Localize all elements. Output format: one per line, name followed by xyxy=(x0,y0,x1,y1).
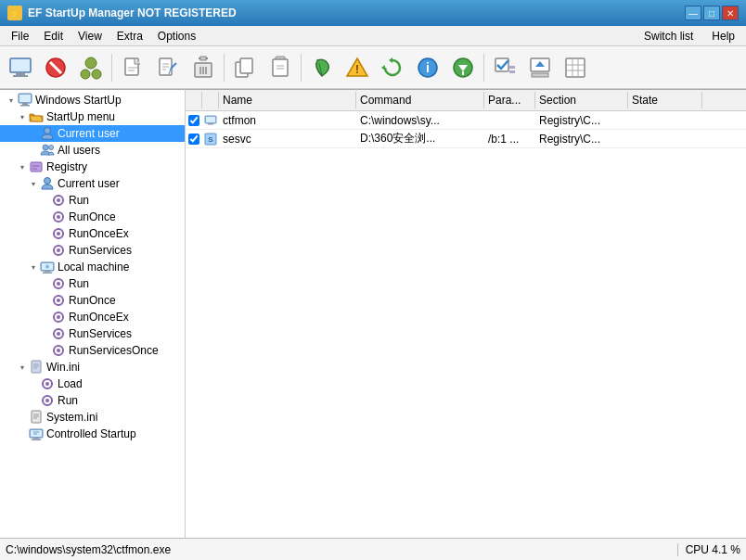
menu-help[interactable]: Help xyxy=(704,28,742,45)
cell-name-ctfmon: ctfmon xyxy=(219,113,356,128)
sidebar-label-windows-startup: Windows StartUp xyxy=(35,94,122,107)
menu-options[interactable]: Options xyxy=(150,28,203,45)
svg-marker-34 xyxy=(381,65,385,70)
monitor-icon xyxy=(18,93,32,108)
close-button[interactable]: ✕ xyxy=(722,6,739,20)
toolbar-sep-3 xyxy=(301,54,302,82)
sidebar-label-current-user: Current user xyxy=(58,127,120,140)
svg-point-57 xyxy=(49,146,54,150)
svg-point-110 xyxy=(57,332,60,336)
refresh-btn[interactable] xyxy=(376,51,409,84)
paste-btn[interactable] xyxy=(264,51,297,84)
sidebar-label-run: Run xyxy=(69,194,89,207)
runonce-icon xyxy=(51,210,66,224)
svg-point-75 xyxy=(57,232,60,235)
sidebar-item-startup-menu[interactable]: ▾ StartUp menu xyxy=(0,108,185,125)
sidebar-label-runservices: RunServices xyxy=(69,244,132,257)
sidebar-label-runonce: RunOnce xyxy=(69,210,116,223)
load-icon xyxy=(40,376,55,391)
sidebar-label-registry: Registry xyxy=(46,160,87,173)
col-params[interactable]: Para... xyxy=(484,92,535,108)
sidebar-item-all-users[interactable]: All users xyxy=(0,142,185,159)
tree-toggle-windows-startup[interactable]: ▾ xyxy=(6,95,17,106)
menu-file[interactable]: File xyxy=(4,28,36,45)
sidebar-item-lm-runoncex[interactable]: RunOnceEx xyxy=(0,309,185,325)
col-section[interactable]: Section xyxy=(535,92,628,108)
sidebar-label-winini-run: Run xyxy=(58,394,78,407)
grid-btn[interactable] xyxy=(559,51,592,84)
svg-rect-25 xyxy=(240,58,252,73)
svg-point-8 xyxy=(92,70,101,79)
sidebar-item-lm-run[interactable]: Run xyxy=(0,275,185,292)
svg-point-132 xyxy=(45,399,49,402)
sidebar-item-systemini[interactable]: System.ini xyxy=(0,409,185,426)
edit-btn[interactable] xyxy=(151,51,185,84)
row-checkbox-sesvc[interactable] xyxy=(186,134,202,145)
col-command[interactable]: Command xyxy=(356,92,484,108)
sidebar-item-windows-startup[interactable]: ▾ Windows StartUp xyxy=(0,92,185,108)
sidebar-label-lm-runonce: RunOnce xyxy=(69,294,116,307)
col-state[interactable]: State xyxy=(628,92,702,108)
svg-rect-144 xyxy=(31,430,42,437)
run-icon xyxy=(51,193,66,208)
cell-name-sesvc: sesvc xyxy=(219,132,356,146)
sidebar-item-current-user[interactable]: Current user xyxy=(0,125,185,142)
svg-rect-148 xyxy=(206,117,215,122)
disable-btn[interactable] xyxy=(39,51,72,84)
maximize-button[interactable]: □ xyxy=(703,6,720,20)
tree-toggle-startup-menu[interactable]: ▾ xyxy=(17,111,28,122)
minimize-button[interactable]: — xyxy=(685,6,701,20)
sidebar-item-runservices[interactable]: RunServices xyxy=(0,242,185,259)
sidebar-label-lm-runoncex: RunOnceEx xyxy=(69,311,129,324)
info-btn[interactable]: i xyxy=(411,51,444,84)
col-name[interactable]: Name xyxy=(219,92,356,108)
table-row[interactable]: S sesvc D:\360安全浏... /b:1 ... Registry\C… xyxy=(186,130,746,148)
sidebar-item-load[interactable]: Load xyxy=(0,375,185,392)
delete-btn[interactable] xyxy=(186,51,220,84)
sidebar-item-winini-run[interactable]: Run xyxy=(0,392,185,409)
tree-toggle-registry[interactable]: ▾ xyxy=(17,161,28,172)
sidebar-item-run[interactable]: Run xyxy=(0,192,185,209)
up-btn[interactable] xyxy=(523,51,557,84)
svg-rect-20 xyxy=(200,57,206,60)
sidebar-item-local-machine[interactable]: ▾ Local machine xyxy=(0,259,185,275)
menu-edit[interactable]: Edit xyxy=(36,28,71,45)
sidebar-item-lm-runservices[interactable]: RunServices xyxy=(0,325,185,342)
row-checkbox-ctfmon[interactable] xyxy=(186,115,202,126)
sidebar-item-runonce[interactable]: RunOnce xyxy=(0,209,185,225)
table-row[interactable]: ctfmon C:\windows\sy... Registry\C... xyxy=(186,111,746,130)
sidebar-label-load: Load xyxy=(58,377,83,390)
sidebar-item-registry[interactable]: ▾ Registry xyxy=(0,159,185,175)
sidebar-item-controlled-startup[interactable]: Controlled Startup xyxy=(0,426,185,442)
sidebar-label-runoncex: RunOnceEx xyxy=(69,227,129,240)
menu-extra[interactable]: Extra xyxy=(109,28,150,45)
sidebar-item-lm-runonce[interactable]: RunOnce xyxy=(0,292,185,309)
sidebar-item-winini[interactable]: ▾ Win.ini xyxy=(0,359,185,375)
copy-btn[interactable] xyxy=(228,51,262,84)
cell-command-ctfmon: C:\windows\sy... xyxy=(356,113,484,128)
tree-toggle-local-machine[interactable]: ▾ xyxy=(28,261,39,273)
tree-toggle-reg-current-user[interactable]: ▾ xyxy=(28,178,39,189)
sidebar-item-runoncex[interactable]: RunOnceEx xyxy=(0,225,185,242)
down-btn[interactable] xyxy=(446,51,480,84)
sidebar-item-lm-runservicesonce[interactable]: RunServicesOnce xyxy=(0,342,185,359)
properties-btn[interactable] xyxy=(74,51,108,84)
svg-rect-142 xyxy=(33,438,39,439)
windows-startup-btn[interactable] xyxy=(4,51,37,84)
svg-rect-42 xyxy=(509,70,515,73)
svg-rect-45 xyxy=(532,73,548,77)
sidebar-item-reg-current-user[interactable]: ▾ Current user xyxy=(0,175,185,192)
sidebar-label-reg-current-user: Current user xyxy=(58,177,120,190)
new-btn[interactable] xyxy=(116,51,149,84)
svg-rect-143 xyxy=(32,439,41,441)
svg-point-6 xyxy=(85,57,96,69)
svg-point-7 xyxy=(81,70,90,79)
svg-rect-41 xyxy=(509,66,515,69)
leaf-btn[interactable] xyxy=(305,51,339,84)
check-btn[interactable] xyxy=(488,51,521,84)
warning-btn[interactable]: ! xyxy=(341,51,374,84)
tree-toggle-winini[interactable]: ▾ xyxy=(17,362,28,373)
menu-view[interactable]: View xyxy=(71,28,109,45)
menu-switch-list[interactable]: Switch list xyxy=(637,28,701,45)
table-body: ctfmon C:\windows\sy... Registry\C... S … xyxy=(186,111,746,538)
